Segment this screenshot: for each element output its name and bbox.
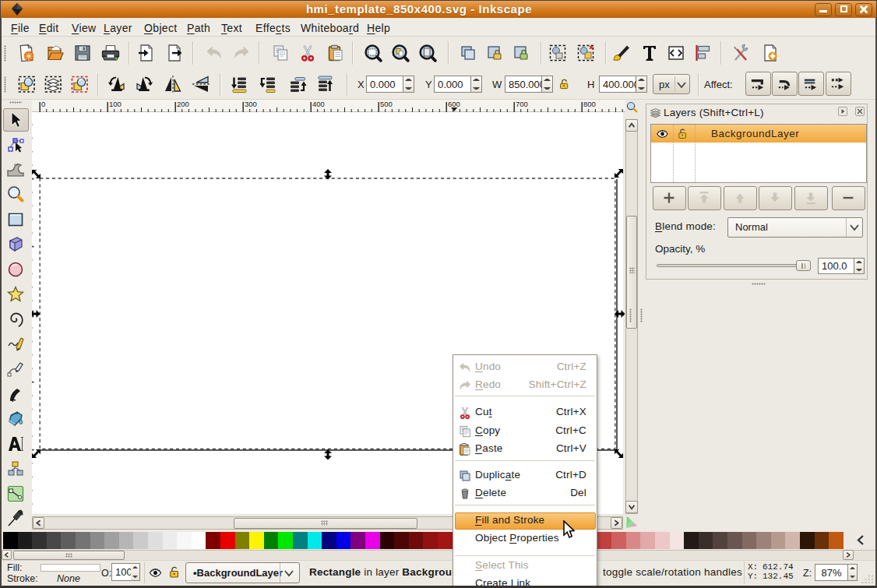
svg-text:800: 800 — [583, 100, 596, 108]
svg-text:200: 200 — [177, 100, 189, 108]
svg-text:600: 600 — [448, 100, 460, 108]
svg-text:700: 700 — [516, 100, 528, 108]
svg-text:400: 400 — [312, 100, 325, 108]
svg-text:500: 500 — [380, 100, 393, 108]
svg-text:0: 0 — [41, 100, 45, 108]
svg-text:300: 300 — [245, 100, 257, 108]
svg-text:100: 100 — [109, 100, 122, 108]
